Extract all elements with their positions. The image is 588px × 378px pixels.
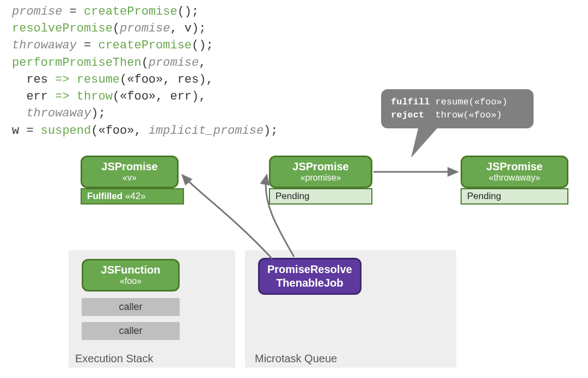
speech-tail [411,124,441,158]
speech-line-1: fulfill resume(«foo») [391,96,524,109]
code-var: promise [12,5,62,18]
jspromise-v-title: JSPromise [82,157,177,173]
jspromise-promise-sub: «promise» [271,173,371,186]
arrow-purple-to-v [182,175,272,259]
jspromise-throwaway-title: JSPromise [462,157,567,173]
code-line-1: promise = createPromise(); [12,3,278,20]
code-line-2: resolvePromise(promise, v); [12,20,278,37]
purple-line-2: ThenableJob [267,276,352,290]
caller-box-2: caller [82,322,180,340]
promise-resolve-thenable-job-box: PromiseResolve ThenableJob [258,258,362,295]
jspromise-throwaway-status: Pending [461,188,568,205]
jsfunction-sub: «foo» [83,276,178,289]
jspromise-v-box: JSPromise «v» [81,156,179,188]
microtask-queue-label: Microtask Queue [255,352,337,365]
code-line-4: performPromiseThen(promise, [12,54,278,71]
code-line-3: throwaway = createPromise(); [12,37,278,54]
execution-stack-label: Execution Stack [75,352,153,365]
code-line-5: res => resume(«foo», res), [12,71,278,88]
speech-bubble: fulfill resume(«foo») reject throw(«foo»… [381,89,534,128]
jspromise-promise-title: JSPromise [271,157,371,173]
jspromise-promise-box: JSPromise «promise» [269,156,372,188]
jspromise-v-status: Fulfilled «42» [81,188,184,205]
jspromise-promise-status: Pending [269,188,372,205]
jsfunction-box: JSFunction «foo» [82,259,180,292]
status-fulfilled-label: Fulfilled [87,191,122,201]
code-line-8: w = suspend(«foo», implicit_promise); [12,122,278,139]
code-block: promise = createPromise(); resolvePromis… [12,3,278,139]
code-line-7: throwaway); [12,105,278,122]
status-fulfilled-value: «42» [125,191,146,201]
purple-line-1: PromiseResolve [267,263,352,276]
jspromise-throwaway-box: JSPromise «throwaway» [461,156,568,188]
jspromise-v-sub: «v» [82,173,177,186]
jsfunction-title: JSFunction [83,261,178,276]
jspromise-throwaway-sub: «throwaway» [462,173,567,186]
caller-box-1: caller [82,298,180,316]
speech-line-2: reject throw(«foo») [391,109,524,122]
code-line-6: err => throw(«foo», err), [12,88,278,105]
